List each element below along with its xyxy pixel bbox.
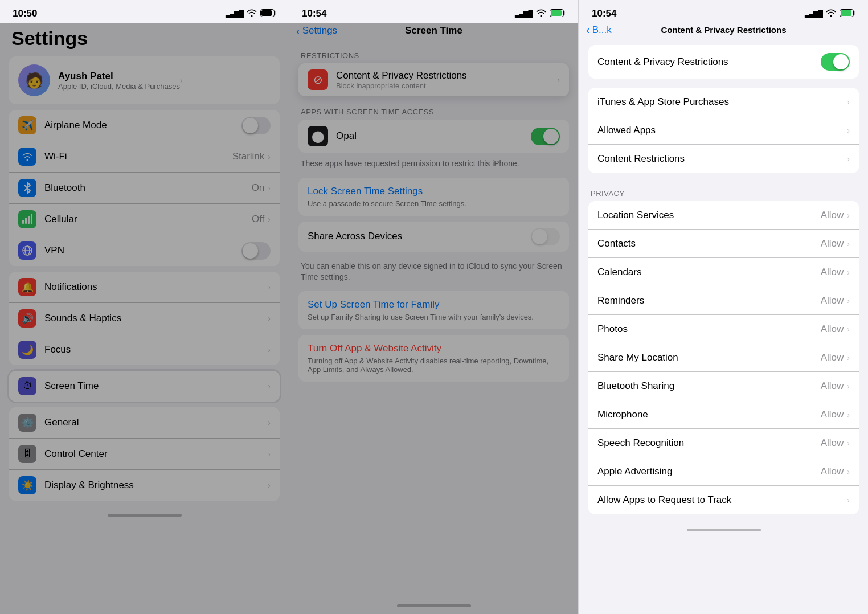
airplane-icon: ✈️ (18, 116, 36, 134)
screen-time-nav-title: Screen Time (405, 25, 462, 36)
family-row[interactable]: Set Up Screen Time for Family Set up Fam… (298, 291, 569, 329)
signal-icon-3: ▂▄▆█ (805, 10, 822, 18)
back-label-2: Settings (302, 25, 337, 36)
opal-note: These apps have requested permission to … (289, 155, 578, 178)
settings-row-focus[interactable]: 🌙 Focus › (9, 334, 280, 365)
back-button-3[interactable]: ‹ B...k (586, 23, 612, 36)
settings-row-display[interactable]: ☀️ Display & Brightness › (9, 470, 280, 501)
share-devices-row[interactable]: Share Across Devices (298, 222, 569, 252)
share-location-row[interactable]: Share My Location Allow › (588, 343, 859, 372)
settings-row-cellular[interactable]: Cellular Off › (9, 204, 280, 235)
contacts-chevron: › (847, 239, 850, 248)
share-devices-toggle[interactable] (531, 228, 560, 245)
microphone-value: Allow (821, 409, 844, 420)
back-chevron-2: ‹ (296, 24, 300, 38)
settings-group-network: ✈️ Airplane Mode Wi-Fi Starlink › (9, 110, 280, 266)
opal-row[interactable]: ⬤ Opal (298, 120, 569, 153)
back-button-2[interactable]: ‹ Settings (296, 24, 337, 38)
settings-row-screen-time[interactable]: ⏱ Screen Time › (9, 371, 280, 402)
svg-rect-4 (28, 216, 30, 224)
airplane-label: Airplane Mode (44, 120, 241, 131)
avatar: 🧑 (18, 64, 50, 96)
svg-rect-12 (841, 10, 851, 16)
microphone-row[interactable]: Microphone Allow › (588, 400, 859, 429)
settings-row-vpn[interactable]: VPN (9, 235, 280, 266)
turn-off-link[interactable]: Turn Off App & Website Activity (308, 343, 441, 354)
settings-row-notifications[interactable]: 🔔 Notifications › (9, 272, 280, 303)
content-privacy-row[interactable]: ⊘ Content & Privacy Restrictions Block i… (298, 63, 569, 96)
contacts-row[interactable]: Contacts Allow › (588, 230, 859, 258)
itunes-row[interactable]: iTunes & App Store Purchases › (588, 88, 859, 116)
vpn-toggle[interactable] (241, 242, 271, 260)
apple-advertising-row[interactable]: Apple Advertising Allow › (588, 457, 859, 486)
home-bar-1 (108, 514, 182, 517)
allow-track-label: Allow Apps to Request to Track (597, 494, 847, 506)
speech-recognition-value: Allow (821, 437, 844, 449)
home-indicator-3 (579, 521, 868, 538)
svg-rect-5 (31, 214, 32, 224)
location-chevron: › (847, 211, 850, 220)
content-restrictions-chevron: › (847, 154, 850, 163)
settings-row-airplane[interactable]: ✈️ Airplane Mode (9, 110, 280, 141)
microphone-chevron: › (847, 410, 850, 419)
calendars-row[interactable]: Calendars Allow › (588, 258, 859, 286)
toggle-card-label: Content & Privacy Restrictions (597, 56, 728, 68)
settings-row-bluetooth[interactable]: Bluetooth On › (9, 173, 280, 204)
lock-settings-row[interactable]: Lock Screen Time Settings Use a passcode… (298, 178, 569, 216)
notifications-chevron: › (268, 283, 271, 292)
airplane-toggle[interactable] (241, 117, 271, 134)
family-link[interactable]: Set Up Screen Time for Family (308, 299, 439, 310)
photos-row[interactable]: Photos Allow › (588, 315, 859, 343)
opal-group: ⬤ Opal (298, 120, 569, 153)
screen-time-highlight[interactable]: ⏱ Screen Time › (9, 371, 280, 402)
reminders-label: Reminders (597, 295, 821, 306)
settings-row-wifi[interactable]: Wi-Fi Starlink › (9, 141, 280, 173)
wifi-icon (247, 9, 257, 18)
photos-label: Photos (597, 324, 821, 335)
allowed-apps-row[interactable]: Allowed Apps › (588, 116, 859, 145)
family-group: Set Up Screen Time for Family Set up Fam… (298, 291, 569, 329)
status-icons-3: ▂▄▆█ (805, 9, 855, 19)
settings-group-system: 🔔 Notifications › 🔊 Sounds & Haptics › 🌙… (9, 272, 280, 365)
settings-title: Settings (0, 23, 289, 56)
general-chevron: › (268, 418, 271, 427)
content-privacy-chevron: › (557, 75, 560, 84)
share-devices-group: Share Across Devices (298, 222, 569, 252)
opal-toggle[interactable] (531, 128, 560, 145)
location-row[interactable]: Location Services Allow › (588, 201, 859, 230)
svg-rect-1 (261, 10, 272, 16)
content-privacy-card[interactable]: ⊘ Content & Privacy Restrictions Block i… (298, 63, 569, 96)
reminders-chevron: › (847, 296, 850, 305)
time-1: 10:50 (13, 8, 37, 19)
bluetooth-sharing-label: Bluetooth Sharing (597, 380, 821, 392)
bluetooth-chevron: › (268, 183, 271, 193)
settings-row-sounds[interactable]: 🔊 Sounds & Haptics › (9, 303, 280, 334)
content-restrictions-row[interactable]: Content Restrictions › (588, 145, 859, 173)
lock-link[interactable]: Lock Screen Time Settings (308, 186, 423, 197)
reminders-row[interactable]: Reminders Allow › (588, 286, 859, 315)
profile-info: Ayush Patel Apple ID, iCloud, Media & Pu… (58, 71, 180, 91)
profile-chevron: › (180, 76, 183, 85)
photos-value: Allow (821, 324, 844, 335)
bluetooth-value: On (252, 182, 265, 194)
settings-group-general: ⚙️ General › 🎛 Control Center › ☀️ Displ… (9, 407, 280, 501)
wifi-value: Starlink (232, 151, 265, 162)
signal-icon-2: ▂▄▆█ (515, 10, 533, 18)
home-indicator-1 (0, 506, 289, 523)
restrictions-header: RESTRICTIONS (289, 42, 578, 63)
content-privacy-toggle[interactable] (821, 53, 850, 71)
screen-time-content: RESTRICTIONS ⊘ Content & Privacy Restric… (289, 42, 578, 597)
family-desc: Set up Family Sharing to use Screen Time… (308, 313, 534, 321)
settings-row-control-center[interactable]: 🎛 Control Center › (9, 439, 280, 470)
bluetooth-sharing-row[interactable]: Bluetooth Sharing Allow › (588, 372, 859, 400)
turn-off-row[interactable]: Turn Off App & Website Activity Turning … (298, 335, 569, 382)
settings-row-general[interactable]: ⚙️ General › (9, 407, 280, 439)
allow-track-row[interactable]: Allow Apps to Request to Track › (588, 486, 859, 514)
sounds-icon: 🔊 (18, 309, 36, 328)
status-bar-1: 10:50 ▂▄▆█ (0, 0, 289, 23)
speech-recognition-row[interactable]: Speech Recognition Allow › (588, 429, 859, 457)
display-label: Display & Brightness (44, 480, 268, 491)
speech-recognition-label: Speech Recognition (597, 437, 821, 449)
profile-row[interactable]: 🧑 Ayush Patel Apple ID, iCloud, Media & … (9, 56, 280, 104)
svg-rect-3 (25, 218, 27, 224)
